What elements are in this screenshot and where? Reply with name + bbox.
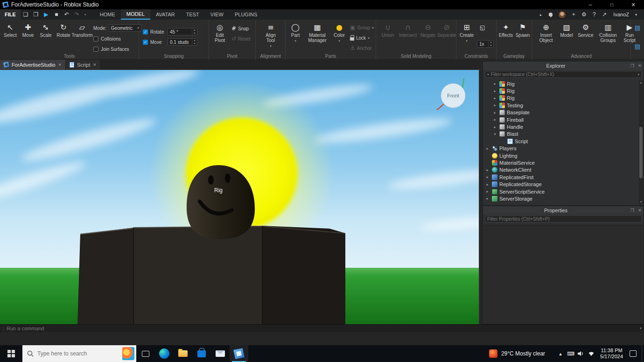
explorer-item-rig[interactable]: ▸Rig <box>483 80 639 87</box>
grip-icon[interactable]: ⋮ <box>0 326 7 331</box>
expand-arrow-icon[interactable]: ▸ <box>485 146 490 151</box>
rotate-tool-button[interactable]: ↻ Rotate <box>55 22 72 38</box>
expand-arrow-icon[interactable]: ▸ <box>492 103 497 107</box>
notifications-bell-icon[interactable] <box>549 13 553 16</box>
explorer-scrollbar[interactable]: ▴ ▾ <box>639 80 643 204</box>
anchor-button[interactable]: ⚓ Anchor <box>350 44 371 52</box>
task-view-button[interactable] <box>136 345 155 362</box>
negate-button[interactable]: ⊖ Negate <box>419 22 437 38</box>
explorer-item-script[interactable]: Script <box>483 138 639 145</box>
collision-groups-button[interactable]: ▥ Collision Groups <box>596 22 620 43</box>
constraint-scale-tool-button[interactable]: ◱ <box>480 23 485 32</box>
scroll-up-icon[interactable]: ▴ <box>639 80 643 85</box>
properties-filter-input[interactable] <box>487 216 639 222</box>
expand-arrow-icon[interactable]: ▸ <box>485 182 490 187</box>
command-input[interactable] <box>7 326 637 331</box>
redo-button[interactable]: ↷ <box>72 9 82 20</box>
speaker-icon[interactable] <box>576 345 586 362</box>
explorer-item-rig[interactable]: ▸Rig <box>483 87 639 94</box>
share-icon[interactable]: ↗ <box>600 9 609 20</box>
explorer-item-replicatedstorage[interactable]: ▸ReplicatedStorage <box>483 181 639 188</box>
expand-arrow-icon[interactable]: ▸ <box>492 118 497 122</box>
reset-pivot-button[interactable]: ↺ Reset <box>231 35 250 43</box>
explorer-item-baseplate[interactable]: ▸Baseplate <box>483 109 639 116</box>
tab-test[interactable]: TEST <box>181 9 205 20</box>
expand-arrow-icon[interactable]: ▸ <box>485 189 490 194</box>
user-caret-icon[interactable]: ▾ <box>632 9 640 20</box>
expand-arrow-icon[interactable]: ▸ <box>492 82 497 86</box>
add-friend-icon[interactable]: + <box>569 9 578 20</box>
weather-icon[interactable] <box>489 349 497 358</box>
properties-filter[interactable] <box>485 216 642 223</box>
expand-arrow-icon[interactable]: ▸ <box>492 96 497 100</box>
stop-button[interactable]: ■ <box>51 9 62 20</box>
explorer-item-materialservice[interactable]: MaterialService <box>483 159 639 166</box>
help-icon[interactable]: ? <box>590 9 598 20</box>
collisions-checkbox[interactable] <box>93 36 98 42</box>
minimize-button[interactable]: ─ <box>580 0 601 9</box>
tab-home[interactable]: HOME <box>94 9 121 20</box>
close-panel-icon[interactable]: ✕ <box>636 63 644 68</box>
taskbar-app-mail[interactable] <box>211 345 230 362</box>
expand-arrow-icon[interactable]: ▸ <box>485 175 490 179</box>
collapse-arrow-icon[interactable]: ▾ <box>492 132 497 136</box>
color-button[interactable]: ● Color ▾ <box>331 22 347 43</box>
explorer-item-serverscriptservice[interactable]: ▸ServerScriptService <box>483 188 639 195</box>
rotate-snap-checkbox[interactable]: ✓ <box>143 29 148 35</box>
tab-plugins[interactable]: PLUGINS <box>229 9 263 20</box>
constraint-scale-input[interactable]: 1x ▴▾ <box>477 40 494 48</box>
taskbar-search-input[interactable] <box>37 350 119 357</box>
settings-gear-icon[interactable]: ⚙ <box>580 9 588 20</box>
model-button[interactable]: ▧ Model <box>558 22 575 38</box>
panel-toggle-bottom-icon[interactable]: ▤ <box>634 43 641 50</box>
taskbar-app-edge[interactable] <box>155 345 174 362</box>
close-button[interactable]: ✕ <box>623 0 644 9</box>
move-snap-input[interactable]: 0.1 studs ▴▾ <box>168 38 197 46</box>
viewport-3d[interactable]: Rig Front <box>0 70 479 324</box>
float-panel-icon[interactable]: ❐ <box>629 63 636 68</box>
explorer-item-handle[interactable]: ▸Handle <box>483 123 639 130</box>
insert-object-button[interactable]: ⊕ Insert Object <box>536 22 556 43</box>
explorer-item-serverstorage[interactable]: ▸ServerStorage <box>483 195 639 202</box>
group-button[interactable]: ▣ Group ▾ <box>350 23 374 32</box>
separate-button[interactable]: ⊘ Separate <box>437 22 456 38</box>
quickbar-caret-icon[interactable]: ▾ <box>82 9 89 20</box>
expand-arrow-icon[interactable]: ▸ <box>492 111 497 115</box>
join-surfaces-checkbox[interactable] <box>93 47 98 52</box>
expand-arrow-icon[interactable]: ▸ <box>485 196 490 201</box>
tab-avatar[interactable]: AVATAR <box>150 9 181 20</box>
create-constraint-button[interactable]: ⊞ Create ▾ <box>458 22 475 43</box>
mode-select[interactable]: Geometric ▾ <box>109 24 141 32</box>
taskbar-app-roblox-studio[interactable] <box>230 345 248 362</box>
hidden-icons-chevron[interactable]: ▴ <box>555 345 566 362</box>
show-desktop-button[interactable] <box>642 345 644 362</box>
wifi-icon[interactable] <box>586 345 596 362</box>
taskbar-search-box[interactable] <box>22 345 136 362</box>
explorer-filter-input[interactable] <box>491 72 636 77</box>
search-highlight-image[interactable] <box>122 347 134 360</box>
start-button[interactable] <box>0 345 22 362</box>
open-place-icon[interactable]: ❐ <box>31 9 41 20</box>
scale-tool-button[interactable]: ↔ Scale <box>37 22 54 38</box>
effects-button[interactable]: ✦ Effects <box>497 22 514 38</box>
service-button[interactable]: ⚙ Service <box>576 22 595 38</box>
select-tool-button[interactable]: ↖ Select <box>2 22 19 38</box>
explorer-item-blast[interactable]: ▾Blast <box>483 131 639 138</box>
new-place-icon[interactable]: ❏ <box>21 9 31 20</box>
close-panel-icon[interactable]: ✕ <box>636 208 644 213</box>
tab-view[interactable]: VIEW <box>205 9 229 20</box>
edit-pivot-button[interactable]: ◎ Edit Pivot <box>211 22 229 43</box>
chevron-down-icon[interactable]: ▾ <box>637 327 644 330</box>
weather-text[interactable]: 29°C Mostly clear <box>501 350 545 357</box>
explorer-item-rig[interactable]: ▸Rig <box>483 95 639 102</box>
part-button[interactable]: ◯ Part ▾ <box>287 22 303 43</box>
explorer-filter[interactable]: ▾ ▾ <box>485 71 642 78</box>
collapse-ribbon-icon[interactable]: ▴ <box>536 9 545 20</box>
scroll-down-icon[interactable]: ▾ <box>639 200 643 204</box>
explorer-item-networkclient[interactable]: ▸NetworkClient <box>483 167 639 174</box>
explorer-item-lighting[interactable]: Lighting <box>483 152 639 159</box>
expand-arrow-icon[interactable]: ▸ <box>492 125 497 129</box>
taskbar-app-file-explorer[interactable] <box>174 345 192 362</box>
user-avatar[interactable] <box>559 11 566 18</box>
float-panel-icon[interactable]: ❐ <box>629 208 636 213</box>
